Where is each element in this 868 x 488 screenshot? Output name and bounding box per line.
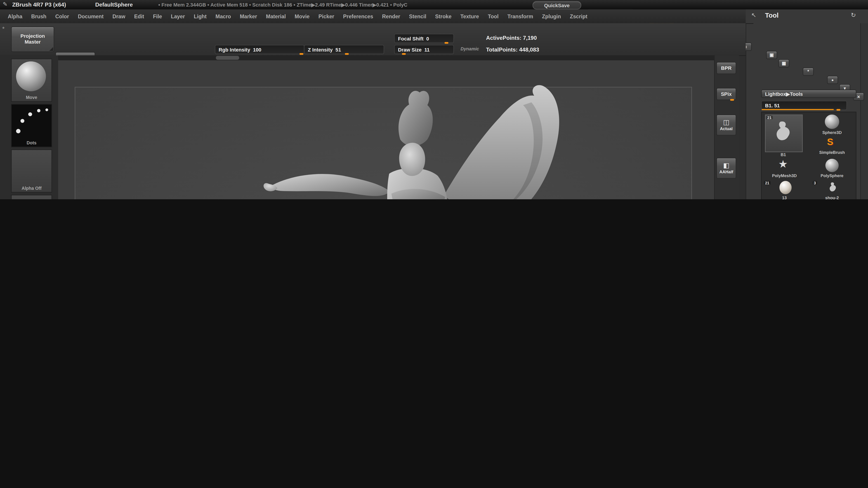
sculpt-figure[interactable] xyxy=(58,55,714,199)
zbrush-window: ✎ ZBrush 4R7 P3 (x64) DefaultSphere • Fr… xyxy=(0,0,868,199)
lock-icon[interactable]: ● xyxy=(827,76,838,84)
menu-item-draw[interactable]: Draw xyxy=(112,13,125,20)
texture-thumb[interactable]: Texture Off xyxy=(11,195,52,199)
dynamic-toggle[interactable]: Dynamic xyxy=(461,46,479,52)
rgb-intensity-slider[interactable]: Rgb Intensity 100 xyxy=(215,45,305,54)
menu-item-transform[interactable]: Transform xyxy=(507,13,533,20)
polymesh3d-tool[interactable]: ★ PolyMesh3D xyxy=(763,159,806,180)
menu-item-texture[interactable]: Texture xyxy=(460,13,479,20)
figure-thumb-icon xyxy=(827,181,839,194)
alpha-thumb[interactable]: Alpha Off xyxy=(11,149,52,193)
poly-count-badge: 21 xyxy=(766,116,773,120)
spix-slider[interactable]: SPix xyxy=(716,88,736,100)
projection-master-button[interactable]: Projection Master xyxy=(11,27,54,52)
tool-shou2[interactable]: 3 shou-2 xyxy=(811,181,852,199)
copy-panel-icon[interactable]: ▣ xyxy=(766,51,777,59)
titlebar: ✎ ZBrush 4R7 P3 (x64) DefaultSphere • Fr… xyxy=(0,0,868,10)
menu-item-marker[interactable]: Marker xyxy=(240,13,257,20)
z-intensity-slider[interactable]: Z Intensity 51 xyxy=(304,45,384,54)
sphere3d-icon xyxy=(825,115,839,129)
menu-item-color[interactable]: Color xyxy=(55,13,69,20)
bpr-button[interactable]: BPR xyxy=(716,62,736,74)
focal-shift-slider[interactable]: Focal Shift 0 xyxy=(394,34,454,43)
menu-item-zplugin[interactable]: Zplugin xyxy=(542,13,561,20)
top-shelf: * Projection Master LightBox ✎ Edit + Dr… xyxy=(0,23,746,56)
menu-item-tool[interactable]: Tool xyxy=(488,13,498,20)
panel-scrollbar[interactable] xyxy=(860,23,868,199)
aahalf-label: AAHalf xyxy=(719,169,733,174)
zbrush-logo-icon: ✎ xyxy=(3,1,7,7)
dot-icon xyxy=(21,119,24,123)
favorite-icon[interactable]: * xyxy=(803,68,814,76)
stroke-thumb[interactable]: Dots xyxy=(11,104,52,147)
slider-tick xyxy=(402,53,405,55)
simplebrush-label: SimpleBrush xyxy=(811,150,852,155)
tool-panel-header: ↖ Tool ↻ xyxy=(746,9,868,23)
memory-stats: • Free Mem 2.344GB • Active Mem 518 • Sc… xyxy=(158,2,407,8)
draw-size-slider[interactable]: Draw Size 11 xyxy=(394,45,454,54)
menu-item-edit[interactable]: Edit xyxy=(134,13,144,20)
draw-size-value: 11 xyxy=(424,47,430,52)
reload-icon[interactable]: ↻ xyxy=(851,11,856,19)
sphere3d-tool[interactable]: Sphere3D xyxy=(811,113,852,135)
layout-grid-icon[interactable]: ▦ xyxy=(778,59,789,68)
menu-item-file[interactable]: File xyxy=(153,13,162,20)
current-brush-thumb[interactable]: Move xyxy=(11,59,52,102)
tool-13[interactable]: 21 13 xyxy=(763,181,806,199)
menu-item-stencil[interactable]: Stencil xyxy=(409,13,426,20)
menu-item-stroke[interactable]: Stroke xyxy=(435,13,452,20)
tool-panel-title: Tool xyxy=(765,11,778,19)
active-tool-thumb[interactable]: 21 xyxy=(765,115,803,152)
aahalf-button[interactable]: ◧AAHalf xyxy=(716,158,736,179)
alpha-name: Alpha Off xyxy=(11,186,51,191)
menu-item-light[interactable]: Light xyxy=(194,13,207,20)
brush-name: Move xyxy=(11,95,51,100)
actual-label: Actual xyxy=(720,126,733,131)
left-shelf: Move Dots Alpha Off Texture Off MatCap G… xyxy=(0,55,59,199)
tool-13-label: 13 xyxy=(763,195,806,199)
aahalf-icon: ◧ xyxy=(723,162,730,168)
menu-item-layer[interactable]: Layer xyxy=(171,13,185,20)
polymesh3d-label: PolyMesh3D xyxy=(763,173,806,178)
tool-shou2-label: shou-2 xyxy=(811,195,852,199)
z-intensity-value: 51 xyxy=(336,47,341,52)
menubar: Alpha Brush Color Document Draw Edit Fil… xyxy=(0,9,753,24)
stroke-name: Dots xyxy=(11,140,51,145)
rgb-intensity-label: Rgb Intensity xyxy=(219,47,250,52)
polysphere-label: PolySphere xyxy=(811,173,852,178)
poly-count-badge: 21 xyxy=(764,181,771,185)
lightbox-tools-header[interactable]: Lightbox▶Tools xyxy=(761,90,856,98)
menu-item-material[interactable]: Material xyxy=(266,13,286,20)
simplebrush-icon: S xyxy=(827,137,833,148)
polysphere-tool[interactable]: PolySphere xyxy=(811,159,852,180)
actual-button[interactable]: ◫Actual xyxy=(716,115,736,135)
menu-item-render[interactable]: Render xyxy=(382,13,400,20)
spix-label: SPix xyxy=(721,91,732,97)
active-tool-name: B1 xyxy=(765,152,802,157)
quicksave-button[interactable]: QuickSave xyxy=(532,1,581,9)
menu-item-macro[interactable]: Macro xyxy=(215,13,231,20)
active-tool-slider-label: B1. 51 xyxy=(765,103,780,108)
menu-item-preferences[interactable]: Preferences xyxy=(343,13,373,20)
menu-item-alpha[interactable]: Alpha xyxy=(8,13,22,20)
menu-item-picker[interactable]: Picker xyxy=(318,13,334,20)
slider-fill xyxy=(762,109,834,110)
app-title: ZBrush 4R7 P3 (x64) xyxy=(12,2,66,8)
focal-shift-value: 0 xyxy=(426,36,429,41)
menu-item-document[interactable]: Document xyxy=(78,13,103,20)
menu-item-brush[interactable]: Brush xyxy=(31,13,46,20)
active-points: ActivePoints: 7,190 xyxy=(486,35,537,41)
dot-icon xyxy=(45,108,48,111)
simplebrush-tool[interactable]: S SimpleBrush xyxy=(811,137,852,158)
menu-item-movie[interactable]: Movie xyxy=(295,13,310,20)
z-intensity-label: Z Intensity xyxy=(308,47,333,52)
menu-item-zscript[interactable]: Zscript xyxy=(570,13,587,20)
active-tool-slider[interactable]: B1. 51 xyxy=(761,101,847,110)
draw-size-label: Draw Size xyxy=(398,47,422,52)
polymesh3d-star-icon: ★ xyxy=(778,158,788,170)
slider-tick xyxy=(345,53,349,55)
head-thumb-icon xyxy=(779,181,792,194)
canvas-viewport[interactable] xyxy=(58,55,714,199)
brush-sphere-icon xyxy=(16,61,46,91)
tool-inventory: 21 B1 Sphere3D S SimpleBrush ★ PolyMesh3… xyxy=(761,112,856,199)
